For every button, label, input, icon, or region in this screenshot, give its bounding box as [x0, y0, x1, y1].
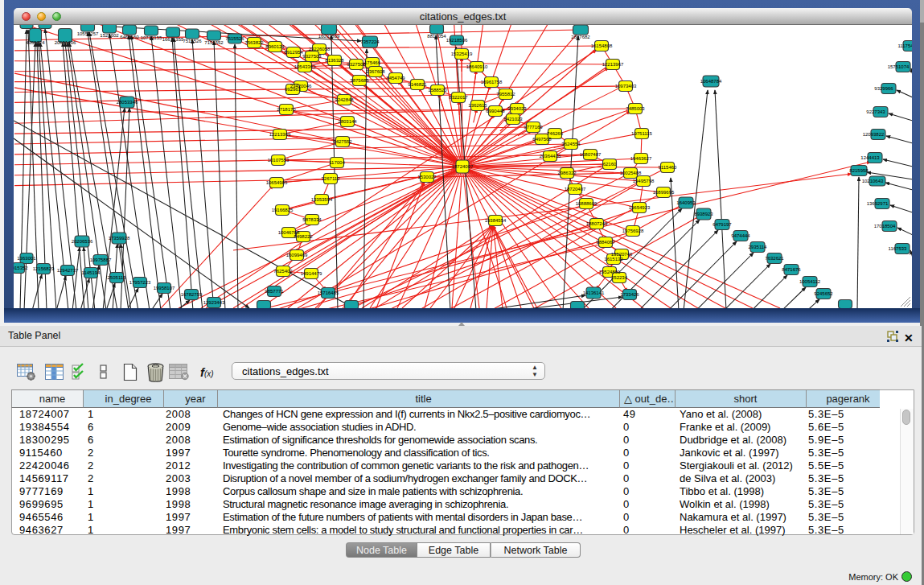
svg-text:2718170: 2718170 — [277, 107, 296, 112]
svg-text:12923443: 12923443 — [203, 300, 225, 305]
svg-text:9242848: 9242848 — [335, 97, 354, 102]
svg-text:3875685: 3875685 — [350, 78, 369, 83]
svg-text:17957223: 17957223 — [129, 280, 151, 285]
svg-text:12213967: 12213967 — [602, 62, 624, 67]
svg-text:1145194: 1145194 — [82, 270, 101, 275]
svg-text:252234: 252234 — [611, 275, 628, 280]
svg-text:111754: 111754 — [897, 43, 912, 48]
svg-text:14914479: 14914479 — [301, 271, 322, 276]
svg-text:20691406: 20691406 — [55, 40, 76, 45]
svg-text:1363001: 1363001 — [17, 256, 36, 261]
svg-text:10975887: 10975887 — [90, 257, 112, 262]
svg-text:10888609: 10888609 — [576, 201, 598, 206]
svg-text:15325419: 15325419 — [451, 51, 473, 56]
svg-text:19495798: 19495798 — [633, 179, 655, 183]
svg-text:20364436: 20364436 — [540, 154, 561, 159]
svg-text:1167533: 1167533 — [889, 246, 908, 251]
svg-text:1733426: 1733426 — [620, 292, 639, 297]
svg-text:17359928: 17359928 — [109, 236, 130, 241]
svg-text:5878334: 5878334 — [302, 217, 322, 222]
svg-text:19166825: 19166825 — [272, 208, 294, 212]
svg-text:7515526: 7515526 — [183, 39, 202, 43]
svg-text:62160: 62160 — [603, 162, 617, 167]
svg-text:10973403: 10973403 — [615, 84, 637, 89]
svg-text:10899695: 10899695 — [653, 190, 675, 195]
svg-text:18640910: 18640910 — [466, 64, 488, 69]
svg-text:10719155: 10719155 — [141, 35, 162, 40]
svg-text:1640953: 1640953 — [676, 200, 696, 205]
svg-text:3498222: 3498222 — [294, 234, 313, 239]
svg-text:3915352: 3915352 — [14, 266, 28, 270]
svg-text:16782759: 16782759 — [181, 292, 203, 297]
svg-text:10553257: 10553257 — [77, 31, 99, 36]
svg-text:1527602: 1527602 — [100, 33, 119, 38]
svg-text:12942737: 12942737 — [57, 268, 79, 273]
svg-text:16099469: 16099469 — [286, 253, 308, 257]
svg-text:14136141: 14136141 — [583, 290, 605, 295]
svg-text:746266: 746266 — [547, 131, 564, 136]
svg-text:10025488: 10025488 — [620, 171, 642, 175]
svg-text:6466160: 6466160 — [120, 35, 139, 39]
svg-text:2986322: 2986322 — [557, 171, 577, 175]
svg-text:10543362: 10543362 — [294, 64, 316, 69]
svg-text:9146821: 9146821 — [408, 82, 427, 87]
svg-text:19751115: 19751115 — [631, 131, 652, 136]
svg-text:10648784: 10648784 — [700, 79, 722, 84]
svg-text:10107553: 10107553 — [268, 158, 290, 163]
svg-text:8471676: 8471676 — [782, 267, 801, 272]
svg-text:3624554: 3624554 — [561, 142, 581, 146]
svg-text:19654923: 19654923 — [629, 205, 651, 210]
svg-text:16671355: 16671355 — [162, 37, 184, 42]
svg-text:6990448: 6990448 — [486, 109, 505, 113]
svg-text:15716485: 15716485 — [318, 290, 339, 295]
svg-text:10210643: 10210643 — [862, 179, 884, 183]
svg-text:16033809: 16033809 — [318, 34, 340, 39]
svg-text:1244413: 1244413 — [860, 155, 880, 160]
svg-text:19463627: 19463627 — [630, 156, 652, 161]
svg-text:117004: 117004 — [329, 160, 345, 165]
svg-text:2935114: 2935114 — [749, 245, 768, 249]
svg-text:19756928: 19756928 — [622, 229, 644, 233]
svg-text:19218506: 19218506 — [446, 38, 468, 43]
svg-text:18720407: 18720407 — [565, 187, 586, 192]
svg-text:8938923: 8938923 — [694, 212, 713, 216]
svg-text:175466: 175466 — [364, 60, 381, 65]
svg-text:7955812: 7955812 — [496, 92, 515, 97]
svg-text:7515526: 7515526 — [225, 36, 244, 41]
svg-text:10654985: 10654985 — [266, 180, 288, 185]
svg-text:9474444: 9474444 — [731, 233, 750, 238]
svg-text:6497568: 6497568 — [532, 137, 552, 142]
svg-text:9857771: 9857771 — [265, 289, 284, 294]
svg-text:2803144: 2803144 — [338, 119, 357, 124]
svg-text:16961758: 16961758 — [481, 80, 503, 84]
svg-text:13353594: 13353594 — [311, 197, 333, 202]
svg-text:20206536: 20206536 — [72, 239, 93, 244]
svg-text:7357224: 7357224 — [360, 39, 380, 44]
svg-text:8960124: 8960124 — [265, 44, 285, 49]
svg-text:16154808: 16154808 — [591, 43, 613, 48]
svg-text:9777169: 9777169 — [524, 125, 543, 130]
svg-text:28053346: 28053346 — [117, 100, 138, 105]
svg-text:7563822: 7563822 — [244, 40, 264, 45]
svg-text:18807249: 18807249 — [586, 221, 608, 226]
svg-text:7625402: 7625402 — [273, 269, 293, 274]
svg-text:10054112: 10054112 — [799, 279, 821, 284]
svg-text:12156829: 12156829 — [33, 266, 55, 271]
svg-text:8813054: 8813054 — [427, 34, 446, 39]
svg-text:1362615: 1362615 — [468, 103, 487, 108]
svg-text:12213369: 12213369 — [269, 132, 291, 137]
svg-text:19384554: 19384554 — [485, 218, 507, 223]
svg-text:10807487: 10807487 — [580, 152, 602, 157]
svg-text:9245652: 9245652 — [814, 291, 833, 296]
svg-text:6479197: 6479197 — [713, 222, 732, 227]
svg-text:1588520: 1588520 — [428, 88, 447, 93]
svg-text:19958107: 19958107 — [154, 286, 175, 290]
svg-text:8912954: 8912954 — [284, 50, 303, 55]
svg-text:2505115: 2505115 — [108, 275, 127, 280]
svg-text:9115460: 9115460 — [659, 165, 678, 170]
svg-text:18724007: 18724007 — [452, 164, 474, 169]
svg-text:13692971: 13692971 — [867, 201, 889, 206]
svg-text:8322017: 8322017 — [449, 95, 468, 100]
svg-text:7151552: 7151552 — [204, 40, 224, 45]
svg-text:1615132: 1615132 — [604, 257, 623, 262]
